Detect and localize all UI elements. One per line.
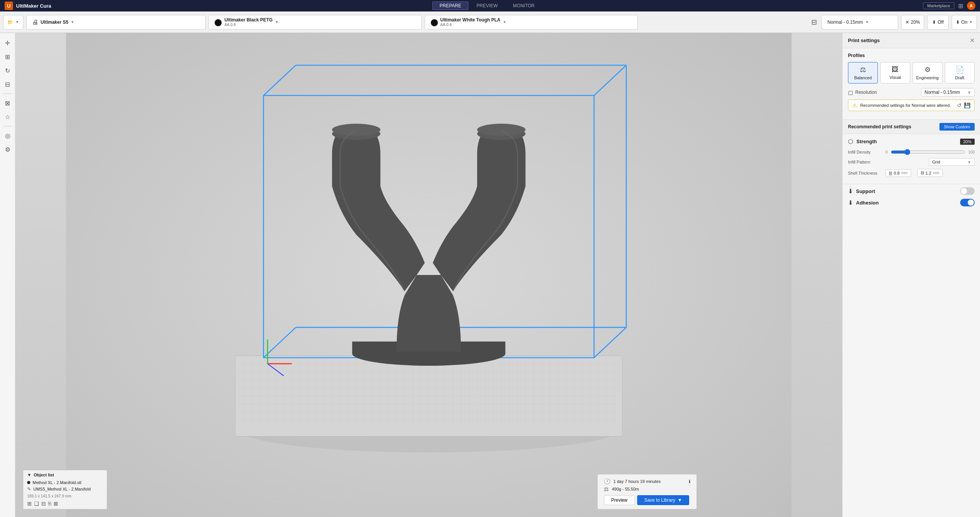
panel-close-button[interactable]: ✕ [970, 37, 975, 44]
material2-selector[interactable]: ⬤ Ultimaker White Tough PLA AA 0.4 ▼ [425, 15, 638, 29]
profile-engineering[interactable]: ⚙ Engineering [913, 62, 942, 83]
strength-icon: ⬡ [848, 138, 853, 145]
profiles-label: Profiles [848, 53, 975, 58]
monitor-tab[interactable]: MONITOR [506, 2, 542, 10]
infill-pct-value: 20% [911, 20, 920, 25]
profile-chevron: ▼ [865, 20, 869, 24]
file-open-button[interactable]: 📁 ▼ [3, 15, 23, 29]
save-to-library-button[interactable]: Save to Library ▼ [637, 495, 690, 505]
profile-settings-icon: ⊟ [811, 18, 817, 26]
support-toggle-switch[interactable] [960, 187, 975, 195]
preview-button[interactable]: Preview [604, 495, 635, 505]
resolution-row: ◻ Resolution Normal - 0.15mm ▼ [848, 88, 975, 97]
adhesion-toggle-knob [968, 200, 974, 206]
panel-header: Print settings ✕ [843, 33, 980, 48]
settings-view-tool[interactable]: ⚙ [2, 143, 14, 155]
marketplace-button[interactable]: Marketplace [923, 2, 954, 9]
list-item: Method XL - 2.Manifold.stl [27, 479, 103, 486]
support-label: Off [938, 20, 944, 25]
estimate-actions: Preview Save to Library ▼ [604, 495, 690, 505]
infill-min: 0 [885, 150, 888, 154]
adhesion-toggle-icon: ⬇ [848, 199, 853, 206]
rotate-tool[interactable]: ↻ [2, 64, 14, 77]
shell-thickness-row: Shell Thickness ||| 0.8 mm ⊟ 1.2 mm [848, 169, 975, 177]
object-icon-3[interactable]: ⊟ [41, 501, 46, 507]
topbar: U UltiMaker Cura PREPARE PREVIEW MONITOR… [0, 0, 980, 11]
support-toggle-button[interactable]: ⬇ Off [927, 15, 949, 29]
model-viewport-svg [15, 33, 842, 517]
show-custom-button[interactable]: Show Custom [939, 123, 975, 131]
profile-draft[interactable]: 📄 Draft [945, 62, 975, 83]
time-estimate: 1 day 7 hours 19 minutes [613, 479, 661, 484]
profile-selector[interactable]: Normal - 0.15mm ▼ [822, 15, 898, 29]
material1-selector[interactable]: ⬤ Ultimaker Black PETG AA 0.4 ▼ [209, 15, 421, 29]
object-list-header[interactable]: ▼ Object list [27, 473, 103, 477]
infill-density-slider[interactable] [891, 149, 965, 155]
infill-pattern-value: Grid [932, 160, 940, 164]
adhesion-toggle-label: Adhesion [856, 200, 879, 206]
infill-slider-wrap [891, 149, 965, 155]
svg-point-18 [332, 124, 380, 136]
save-arrow: ▼ [677, 497, 682, 503]
mirror-tool[interactable]: ⊟ [2, 78, 14, 90]
shell-thickness-label: Shell Thickness [848, 171, 882, 175]
infill-pct-button[interactable]: ✕ 20% [901, 15, 924, 29]
camera-view-tool[interactable]: ◎ [2, 129, 14, 142]
profiles-section: Profiles ⚖ Balanced 🖼 Visual ⚙ Engineeri… [843, 48, 980, 88]
scale-tool[interactable]: ⊞ [2, 51, 14, 63]
shell-thickness-input-1[interactable]: ||| 0.8 mm [885, 169, 911, 177]
profile-balanced[interactable]: ⚖ Balanced [848, 62, 878, 83]
object-icon-2[interactable]: ❑ [34, 501, 39, 507]
prepare-tab[interactable]: PREPARE [432, 2, 468, 10]
grid-icon[interactable]: ⊞ [958, 2, 963, 10]
sidebar-divider-1 [3, 93, 12, 94]
object-icon-4[interactable]: ⎘ [48, 501, 51, 507]
infill-density-row: Infill Density 0 100 [848, 149, 975, 155]
profile-visual[interactable]: 🖼 Visual [880, 62, 910, 83]
avatar[interactable]: A [967, 2, 975, 10]
weight-estimate: 490g - 55.50m [612, 487, 639, 491]
object-icon-1[interactable]: ⊞ [27, 501, 32, 507]
save-icon: ⬇ [956, 20, 960, 25]
topbar-left: U UltiMaker Cura [5, 2, 51, 10]
printer-selector[interactable]: 🖨 Ultimaker S5 ▼ [26, 15, 205, 29]
object-list-panel: ▼ Object list Method XL - 2.Manifold.stl… [23, 470, 107, 509]
strength-badge: 20% [960, 139, 975, 145]
recommended-header: Recommended print settings Show Custom [843, 119, 980, 134]
main-layout: ✛ ⊞ ↻ ⊟ ⊠ ☆ ◎ ⚙ [0, 33, 980, 517]
infill-pattern-select[interactable]: Grid ▼ [929, 158, 975, 166]
profiles-row: ⚖ Balanced 🖼 Visual ⚙ Engineering 📄 Draf… [848, 62, 975, 83]
engineering-label: Engineering [916, 75, 939, 80]
per-model-tool[interactable]: ⊠ [2, 97, 14, 109]
infill-pattern-row: Infill Pattern Grid ▼ [848, 158, 975, 166]
material1-spec: AA 0.4 [224, 23, 272, 27]
resolution-label: Resolution [855, 90, 877, 95]
weight-icon: ⚖ [604, 486, 609, 492]
info-icon[interactable]: ℹ [689, 479, 690, 484]
resolution-select[interactable]: Normal - 0.15mm ▼ [921, 88, 975, 97]
move-tool[interactable]: ✛ [2, 37, 14, 49]
edit-icon: ✎ [27, 486, 31, 492]
save-warning-button[interactable]: 💾 [964, 102, 970, 108]
svg-text:U: U [7, 3, 10, 9]
estimate-panel: 🕐 1 day 7 hours 19 minutes ℹ ⚖ 490g - 55… [597, 474, 697, 509]
object-list-chevron: ▼ [27, 473, 31, 477]
reset-warning-button[interactable]: ↺ [957, 102, 962, 108]
material2-info: Ultimaker White Tough PLA AA 0.4 [440, 17, 501, 27]
save-button[interactable]: ⬇ On ▼ [952, 15, 977, 29]
viewport[interactable]: ▼ Object list Method XL - 2.Manifold.stl… [15, 33, 842, 517]
object-icon-5[interactable]: ⊠ [54, 501, 58, 507]
material2-chevron: ▼ [503, 20, 507, 24]
shell-thickness-input-2[interactable]: ⊟ 1.2 mm [917, 169, 943, 177]
support-blocker-tool[interactable]: ☆ [2, 111, 14, 123]
toolbar: 📁 ▼ 🖨 Ultimaker S5 ▼ ⬤ Ultimaker Black P… [0, 11, 980, 33]
app-title: UltiMaker Cura [16, 3, 51, 9]
time-estimate-row: 🕐 1 day 7 hours 19 minutes ℹ [604, 478, 690, 484]
balanced-label: Balanced [854, 75, 872, 80]
object-dot-1 [27, 481, 30, 484]
preview-tab[interactable]: PREVIEW [469, 2, 505, 10]
adhesion-toggle-switch[interactable] [960, 199, 975, 206]
object-dimensions: 189.1 x 141.5 x 247.9 mm [27, 494, 103, 498]
file-chevron: ▼ [15, 20, 19, 24]
support-toggle-label: Support [856, 188, 875, 194]
